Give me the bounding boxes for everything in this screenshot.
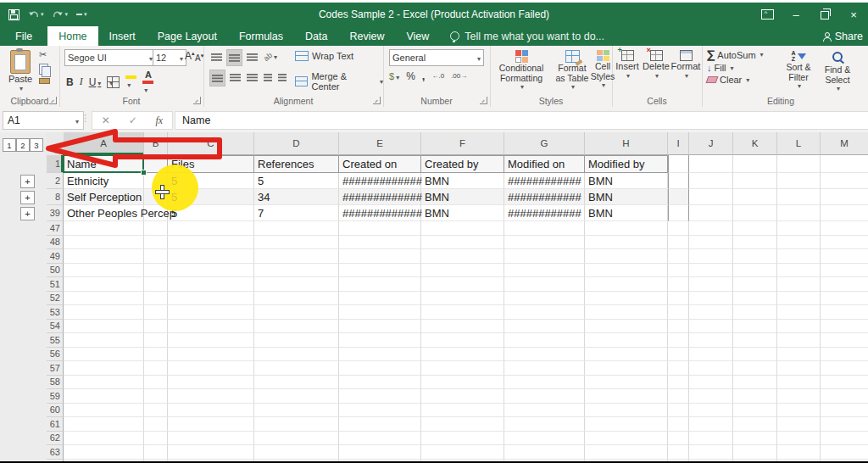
cell-G64[interactable]: [504, 460, 585, 462]
cell-L48[interactable]: [777, 236, 821, 250]
fill-handle[interactable]: [141, 170, 147, 176]
cell-D53[interactable]: [254, 305, 339, 320]
cell-E49[interactable]: [339, 249, 421, 264]
cell-L1[interactable]: [777, 155, 821, 173]
cell-D39[interactable]: [254, 205, 339, 221]
cell-G55[interactable]: [504, 333, 585, 348]
cell-C60[interactable]: [168, 404, 254, 418]
cell-M1[interactable]: [821, 155, 868, 173]
cell-H50[interactable]: [585, 264, 668, 278]
bold-button[interactable]: B: [66, 76, 74, 88]
cell-I49[interactable]: [668, 249, 689, 264]
cell-I53[interactable]: [668, 305, 689, 320]
ribbon-display-options-button[interactable]: [753, 3, 782, 26]
alignment-dialog-launcher[interactable]: [373, 97, 381, 104]
cell-M8[interactable]: [821, 189, 868, 205]
column-header-C[interactable]: C: [168, 132, 254, 155]
cell-E47[interactable]: [339, 221, 421, 236]
cell-K39[interactable]: [733, 205, 777, 221]
cell-J2[interactable]: [689, 173, 733, 189]
cell-M58[interactable]: [821, 376, 868, 390]
cell-K8[interactable]: [733, 189, 777, 205]
cell-M52[interactable]: [821, 292, 868, 306]
row-header-61[interactable]: 61: [47, 417, 64, 432]
cell-H56[interactable]: [585, 348, 668, 362]
restore-button[interactable]: [810, 3, 839, 26]
cell-L2[interactable]: [777, 173, 821, 189]
row-header-1[interactable]: 1: [47, 155, 64, 173]
cell-E54[interactable]: [339, 320, 421, 334]
cell-A48[interactable]: [64, 236, 144, 250]
cell-I59[interactable]: [668, 389, 689, 404]
align-right-button[interactable]: [245, 70, 259, 85]
cell-I61[interactable]: [668, 417, 689, 432]
column-header-A[interactable]: A: [64, 132, 144, 155]
cell-L64[interactable]: [777, 460, 821, 462]
cell-M64[interactable]: [821, 460, 868, 462]
cell-M62[interactable]: [821, 432, 868, 446]
copy-button[interactable]: [39, 64, 48, 75]
clipboard-dialog-launcher[interactable]: [49, 97, 57, 104]
cell-E52[interactable]: [339, 292, 421, 306]
cell-I50[interactable]: [668, 264, 689, 278]
cell-C58[interactable]: [168, 376, 254, 390]
name-box[interactable]: A1: [3, 111, 84, 130]
font-dialog-launcher[interactable]: [193, 97, 201, 104]
outline-expand-button-1[interactable]: +: [20, 191, 35, 204]
cell-G56[interactable]: [504, 348, 585, 362]
cell-F47[interactable]: [421, 221, 504, 236]
column-header-J[interactable]: J: [689, 132, 733, 155]
row-header-55[interactable]: 55: [47, 333, 64, 348]
cell-E61[interactable]: [339, 417, 421, 432]
cell-B56[interactable]: [144, 348, 168, 362]
cell-H60[interactable]: [585, 404, 668, 418]
cell-C47[interactable]: [168, 221, 254, 236]
cell-L57[interactable]: [777, 361, 821, 376]
cell-K62[interactable]: [733, 432, 777, 446]
cell-K2[interactable]: [733, 173, 777, 189]
row-header-54[interactable]: 54: [47, 320, 64, 334]
cell-M60[interactable]: [821, 404, 868, 418]
format-painter-button[interactable]: [39, 78, 50, 84]
cell-F61[interactable]: [421, 417, 504, 432]
cell-B59[interactable]: [144, 389, 168, 404]
cell-C57[interactable]: [168, 361, 254, 376]
cell-C53[interactable]: [168, 305, 254, 320]
cell-A55[interactable]: [64, 333, 144, 348]
cell-C56[interactable]: [168, 348, 254, 362]
close-button[interactable]: ×: [839, 3, 868, 26]
cell-K64[interactable]: [733, 460, 777, 462]
cell-D56[interactable]: [254, 348, 339, 362]
row-header-51[interactable]: 51: [47, 277, 64, 292]
row-header-60[interactable]: 60: [47, 404, 64, 418]
cell-B48[interactable]: [144, 236, 168, 250]
tab-review[interactable]: Review: [338, 26, 395, 46]
cell-D61[interactable]: [254, 417, 339, 432]
cell-L47[interactable]: [777, 221, 821, 236]
cell-C64[interactable]: [168, 460, 254, 462]
cell-F52[interactable]: [421, 292, 504, 306]
cell-G57[interactable]: [504, 361, 585, 376]
cell-E57[interactable]: [339, 361, 421, 376]
cell-E64[interactable]: [339, 460, 421, 462]
cell-A60[interactable]: [64, 404, 144, 418]
cell-L60[interactable]: [777, 404, 821, 418]
borders-button[interactable]: [107, 76, 120, 88]
row-header-57[interactable]: 57: [47, 361, 64, 376]
cell-E62[interactable]: [339, 432, 421, 446]
row-header-64[interactable]: 64: [47, 460, 64, 462]
column-header-I[interactable]: I: [668, 132, 689, 155]
underline-button[interactable]: U: [89, 76, 102, 88]
format-as-table-button[interactable]: Format as Table: [553, 47, 592, 91]
cell-L61[interactable]: [777, 417, 821, 432]
cell-D52[interactable]: [254, 292, 339, 306]
tell-me-box[interactable]: Tell me what you want to do...: [440, 26, 615, 46]
decrease-decimal-button[interactable]: .00→: [451, 72, 467, 80]
autosum-button[interactable]: ∑AutoSum: [707, 48, 764, 61]
cell-F55[interactable]: [421, 333, 504, 348]
cell-E60[interactable]: [339, 404, 421, 418]
cell-D51[interactable]: [254, 277, 339, 292]
cell-M53[interactable]: [821, 305, 868, 320]
cell-H58[interactable]: [585, 376, 668, 390]
cell-K56[interactable]: [733, 348, 777, 362]
